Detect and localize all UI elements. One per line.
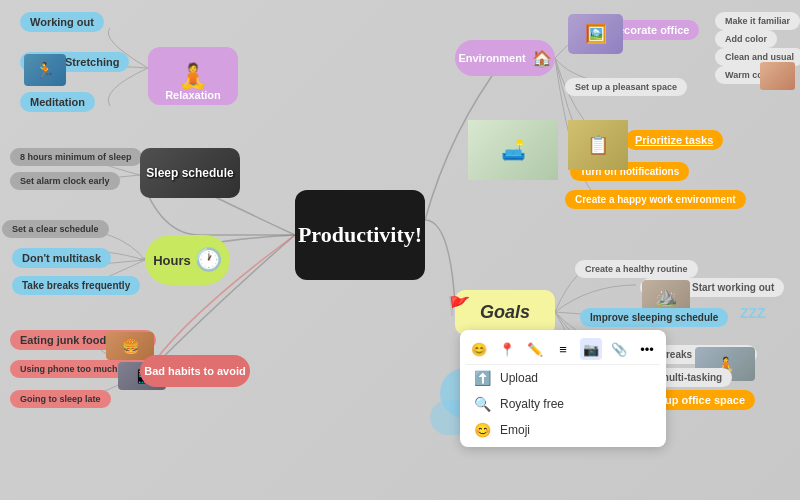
improve-sleeping-label: Improve sleeping schedule — [590, 312, 718, 323]
eating-junk-node[interactable]: Eating junk food 🍔 — [10, 330, 156, 350]
take-breaks-node[interactable]: Take breaks frequently — [12, 276, 140, 295]
alarm-node[interactable]: Set alarm clock early — [10, 172, 120, 190]
image-toolbar-icon[interactable]: 📷 — [580, 338, 602, 360]
going-to-sleep-node[interactable]: Going to sleep late — [10, 390, 111, 408]
emoji-label: Emoji — [500, 423, 530, 437]
meditation-label: Meditation — [30, 96, 85, 108]
dont-multitask-node[interactable]: Don't multitask — [12, 248, 111, 268]
set-schedule-node[interactable]: Set a clear schedule — [2, 220, 109, 238]
relaxation-node[interactable]: 🧘 Relaxation — [148, 47, 238, 105]
bad-habits-label: Bad habits to avoid — [144, 365, 245, 377]
mind-map-container: Productivity! 🧘 Relaxation Working out 🏃… — [0, 0, 800, 500]
dont-multitask-label: Don't multitask — [22, 252, 101, 264]
royalty-free-label: Royalty free — [500, 397, 564, 411]
create-happy-node[interactable]: Create a happy work environment — [565, 190, 746, 209]
environment-label: Environment — [458, 52, 525, 64]
home-icon: 🏠 — [532, 49, 552, 68]
prioritize-node[interactable]: Prioritize tasks — [625, 130, 723, 150]
improve-sleeping-node[interactable]: Improve sleeping schedule — [580, 308, 728, 327]
flag-icon: 🚩 — [448, 295, 470, 317]
sleep-hours-node[interactable]: 8 hours minimum of sleep — [10, 148, 142, 166]
upload-menu-item[interactable]: ⬆️ Upload — [466, 365, 660, 391]
toolbar-icons-row: 😊 📍 ✏️ ≡ 📷 📎 ••• — [466, 334, 660, 365]
working-out-node[interactable]: Working out — [20, 12, 104, 32]
toolbar-popup: 😊 📍 ✏️ ≡ 📷 📎 ••• ⬆️ Upload 🔍 Royalty fre… — [460, 330, 666, 447]
goals-node[interactable]: Goals — [455, 290, 555, 335]
add-color-label: Add color — [725, 34, 767, 44]
start-working-out-label: Start working out — [692, 282, 774, 293]
working-out-label: Working out — [30, 16, 94, 28]
emoji-toolbar-icon[interactable]: 😊 — [468, 338, 490, 360]
eating-junk-label: Eating junk food — [20, 334, 106, 346]
make-familiar-label: Make it familiar — [725, 16, 790, 26]
upload-icon: ⬆️ — [474, 370, 492, 386]
emoji-menu-item[interactable]: 😊 Emoji — [466, 417, 660, 443]
prioritize-photo: 📋 — [568, 120, 628, 170]
healthy-routine-label: Create a healthy routine — [585, 264, 688, 274]
bad-habits-node[interactable]: Bad habits to avoid — [140, 355, 250, 387]
sleep-schedule-node[interactable]: Sleep schedule — [140, 148, 240, 198]
sleep-hours-label: 8 hours minimum of sleep — [20, 152, 132, 162]
start-working-out-node[interactable]: ⛰️ Start working out — [640, 278, 784, 297]
add-color-node[interactable]: Add color — [715, 30, 777, 48]
clean-usual-label: Clean and usual — [725, 52, 794, 62]
take-breaks-label: Take breaks frequently — [22, 280, 130, 291]
prioritize-label: Prioritize tasks — [635, 134, 713, 146]
emoji-menu-icon: 😊 — [474, 422, 492, 438]
healthy-routine-node[interactable]: Create a healthy routine — [575, 260, 698, 278]
pencil-toolbar-icon[interactable]: ✏️ — [524, 338, 546, 360]
relaxation-label: Relaxation — [148, 89, 238, 101]
goals-label: Goals — [480, 302, 530, 323]
make-familiar-node[interactable]: Make it familiar — [715, 12, 800, 30]
stretching-node[interactable]: 🏃 Stretching — [20, 52, 129, 72]
upload-label: Upload — [500, 371, 538, 385]
search-icon: 🔍 — [474, 396, 492, 412]
warm-colors-photo — [760, 62, 795, 90]
using-phone-label: Using phone too much — [20, 364, 118, 374]
decorate-photo: 🖼️ — [568, 14, 623, 54]
zzz-badge: ZZZ — [740, 305, 766, 321]
list-toolbar-icon[interactable]: ≡ — [552, 338, 574, 360]
environment-photo: 🛋️ — [468, 120, 558, 180]
alarm-label: Set alarm clock early — [20, 176, 110, 186]
going-to-sleep-label: Going to sleep late — [20, 394, 101, 404]
more-toolbar-icon[interactable]: ••• — [636, 338, 658, 360]
set-pleasant-label: Set up a pleasant space — [575, 82, 677, 92]
stretching-label: Stretching — [65, 56, 119, 68]
meditation-node[interactable]: Meditation — [20, 92, 95, 112]
central-label: Productivity! — [298, 222, 422, 248]
set-schedule-label: Set a clear schedule — [12, 224, 99, 234]
create-happy-label: Create a happy work environment — [575, 194, 736, 205]
pin-toolbar-icon[interactable]: 📍 — [496, 338, 518, 360]
set-pleasant-node[interactable]: Set up a pleasant space — [565, 78, 687, 96]
hours-node[interactable]: Hours 🕐 — [145, 235, 230, 285]
royalty-free-menu-item[interactable]: 🔍 Royalty free — [466, 391, 660, 417]
attach-toolbar-icon[interactable]: 📎 — [608, 338, 630, 360]
hours-label: Hours — [153, 253, 191, 268]
central-node[interactable]: Productivity! — [295, 190, 425, 280]
clock-icon: 🕐 — [195, 247, 222, 273]
environment-node[interactable]: Environment 🏠 — [455, 40, 555, 76]
sleep-schedule-label: Sleep schedule — [146, 166, 233, 180]
